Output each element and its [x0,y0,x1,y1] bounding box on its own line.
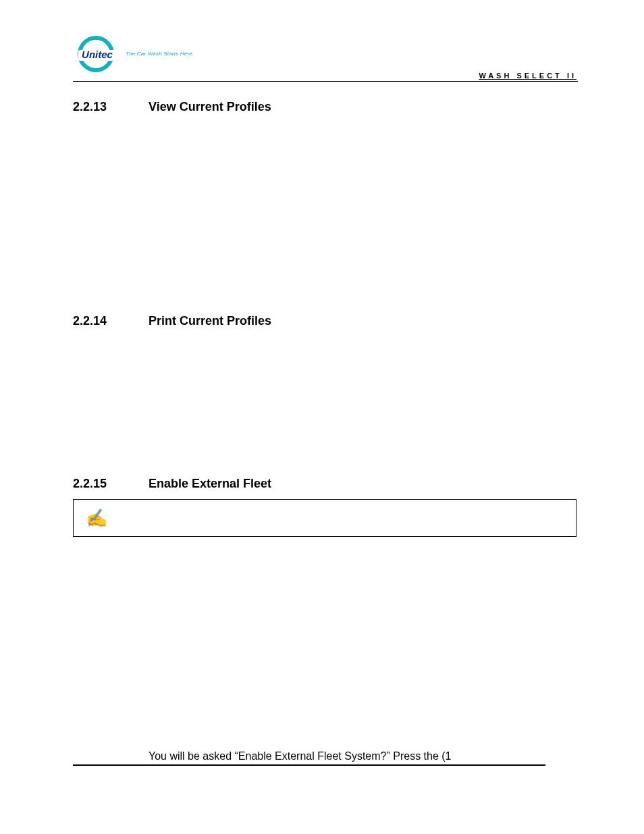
brand-block: Unitec The Car Wash Starts Here. [73,34,194,73]
document-page: Unitec The Car Wash Starts Here. WASH SE… [0,0,644,834]
section-number: 2.2.15 [73,477,122,491]
page-content: 2.2.13 View Current Profiles 2.2.14 Prin… [73,81,576,762]
section-title: Print Current Profiles [149,314,271,328]
section-title: Enable External Fleet [149,477,271,491]
spacer [73,328,576,477]
section-number: 2.2.13 [73,100,122,114]
header-divider [73,81,578,82]
note-callout: ✍ [73,499,576,537]
header-product-label: WASH SELECT II [479,72,576,80]
section-heading-2-2-14: 2.2.14 Print Current Profiles [73,314,576,328]
unitec-logo-icon: Unitec [73,34,122,73]
section-heading-2-2-15: 2.2.15 Enable External Fleet [73,477,576,491]
body-paragraph: You will be asked “Enable External Fleet… [73,750,576,762]
footer-divider [73,764,545,766]
section-heading-2-2-13: 2.2.13 View Current Profiles [73,100,576,114]
brand-tagline: The Car Wash Starts Here. [126,51,194,57]
section-number: 2.2.14 [73,314,122,328]
section-title: View Current Profiles [149,100,271,114]
page-header: Unitec The Car Wash Starts Here. WASH SE… [73,34,576,81]
spacer [73,114,576,314]
note-handwriting-icon: ✍ [86,509,107,527]
brand-text: Unitec [82,49,113,60]
